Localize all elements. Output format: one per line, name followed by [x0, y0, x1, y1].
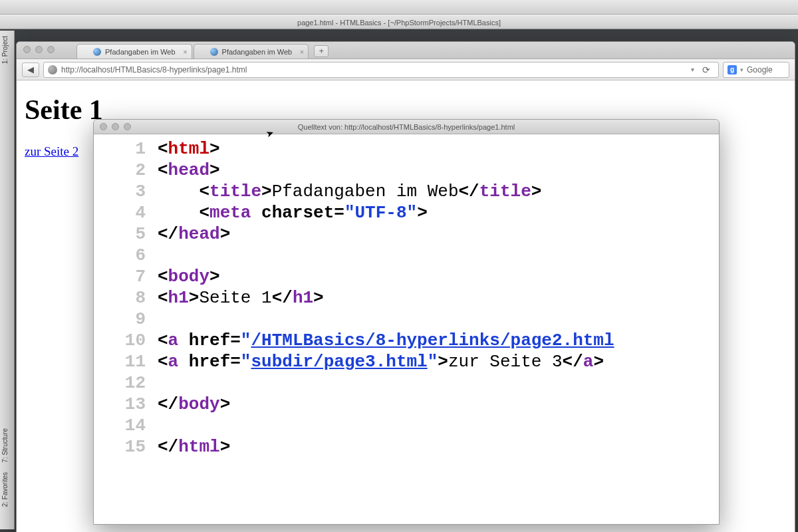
source-href-link[interactable]: subdir/page3.html [251, 351, 427, 372]
source-line: 1<html> [94, 138, 719, 160]
source-title: Quelltext von: http://localhost/HTMLBasi… [298, 123, 515, 131]
search-engine-dropdown-icon[interactable]: ▾ [740, 66, 743, 73]
page-link-seite2[interactable]: zur Seite 2 [25, 144, 78, 158]
tab-close-icon[interactable]: × [183, 45, 187, 59]
zoom-icon[interactable] [47, 46, 55, 53]
source-titlebar[interactable]: Quelltext von: http://localhost/HTMLBasi… [94, 120, 719, 134]
source-line: 4 <meta charset="UTF-8"> [94, 202, 719, 223]
ide-left-gutter[interactable]: 1: Project 7: Structure 2: Favorites [0, 31, 15, 529]
url-text: http://localhost/HTMLBasics/8-hyperlinks… [61, 65, 247, 74]
url-dropdown-icon[interactable]: ▾ [691, 66, 694, 73]
close-icon[interactable] [23, 46, 31, 53]
source-line: 15</html> [94, 436, 719, 458]
tab-label: Pfadangaben im Web [105, 45, 176, 59]
source-line: 7<body> [94, 266, 719, 287]
source-window-controls[interactable] [94, 120, 137, 134]
minimize-icon[interactable] [35, 46, 43, 53]
browser-tab-2[interactable]: Pfadangaben im Web × [194, 44, 309, 59]
ide-tab-project[interactable]: 1: Project [0, 33, 10, 66]
view-source-window: Quelltext von: http://localhost/HTMLBasi… [93, 119, 720, 525]
ide-title: page1.html - HTMLBasics - [~/PhpStormPro… [297, 19, 501, 27]
search-placeholder: Google [747, 65, 773, 74]
ide-tab-structure[interactable]: 7: Structure [0, 426, 10, 466]
source-href-link[interactable]: /HTMLBasics/8-hyperlinks/page2.html [251, 330, 614, 351]
ide-window: page1.html - HTMLBasics - [~/PhpStormPro… [0, 15, 798, 532]
tab-label: Pfadangaben im Web [222, 45, 293, 59]
google-icon: g [728, 65, 737, 74]
source-line: 9 [94, 309, 719, 330]
new-tab-button[interactable]: + [314, 45, 329, 57]
tab-close-icon[interactable]: × [300, 45, 304, 59]
zoom-icon[interactable] [124, 123, 131, 130]
source-line: 11<a href="subdir/page3.html">zur Seite … [94, 351, 719, 372]
source-line: 8<h1>Seite 1</h1> [94, 287, 719, 309]
browser-tab-1[interactable]: Pfadangaben im Web × [76, 44, 192, 59]
source-line: 14 [94, 415, 719, 436]
source-line: 5</head> [94, 223, 719, 245]
ide-titlebar: page1.html - HTMLBasics - [~/PhpStormPro… [0, 15, 798, 29]
source-line: 10<a href="/HTMLBasics/8-hyperlinks/page… [94, 330, 719, 351]
source-line: 13</body> [94, 394, 719, 415]
minimize-icon[interactable] [112, 123, 119, 130]
macos-menubar [0, 0, 798, 15]
url-bar[interactable]: http://localhost/HTMLBasics/8-hyperlinks… [43, 62, 719, 78]
ide-tab-favorites[interactable]: 2: Favorites [0, 469, 10, 509]
source-line: 2<head> [94, 160, 719, 181]
back-button[interactable]: ◀ [22, 63, 39, 77]
globe-icon [93, 48, 101, 56]
site-identity-icon[interactable] [48, 65, 57, 74]
window-controls[interactable] [17, 42, 61, 57]
source-line: 12 [94, 372, 719, 394]
reload-icon[interactable]: ⟳ [698, 65, 714, 75]
globe-icon [210, 48, 218, 56]
source-line: 3 <title>Pfadangaben im Web</title> [94, 181, 719, 202]
browser-toolbar: ◀ http://localhost/HTMLBasics/8-hyperlin… [17, 59, 795, 80]
browser-tabstrip: Pfadangaben im Web × Pfadangaben im Web … [17, 42, 795, 59]
source-line: 6 [94, 245, 719, 266]
source-body[interactable]: 1<html> 2<head> 3 <title>Pfadangaben im … [94, 134, 719, 524]
search-box[interactable]: g ▾ Google [723, 62, 789, 78]
close-icon[interactable] [100, 123, 107, 130]
